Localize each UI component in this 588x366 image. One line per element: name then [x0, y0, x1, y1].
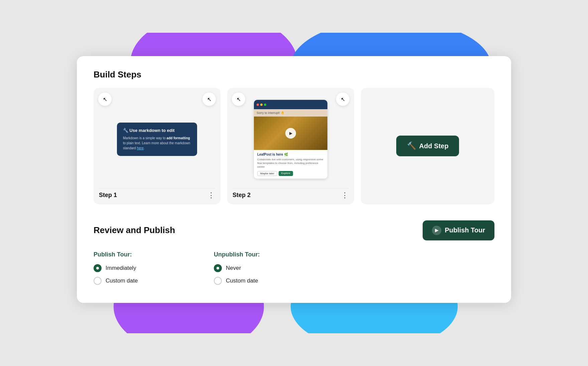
- cursor-icon-2: ↖: [237, 96, 241, 103]
- steps-grid: ↖ ↖ 🔧 Use markdown to edit Markdown is a…: [94, 88, 494, 204]
- step1-preview: 🔧 Use markdown to edit Markdown is a sim…: [99, 93, 215, 185]
- publish-tour-group-title: Publish Tour:: [94, 251, 187, 258]
- step-2-card: ↖ ↖ Sorry to interrupt! 🤚: [227, 88, 354, 204]
- publish-options: Publish Tour: Immediately Custom date Un…: [94, 251, 494, 290]
- publish-tour-button[interactable]: ▶ Publish Tour: [423, 220, 494, 240]
- dot-yellow: [260, 104, 263, 106]
- play-button[interactable]: ▶: [285, 128, 296, 139]
- sorry-text: Sorry to interrupt! 🤚: [257, 111, 284, 115]
- dot-green: [264, 104, 266, 106]
- maybe-later-btn[interactable]: Maybe later: [257, 171, 277, 176]
- sorry-bar: Sorry to interrupt! 🤚: [254, 109, 327, 117]
- cursor-btn-step2-left[interactable]: ↖: [232, 93, 245, 106]
- hammer-icon: 🔨: [407, 142, 416, 150]
- step1-menu-btn[interactable]: ⋮: [207, 192, 215, 199]
- video-header: [254, 100, 327, 109]
- tooltip-title: 🔧 Use markdown to edit: [123, 128, 191, 133]
- video-thumbnail: ▶: [254, 117, 327, 150]
- build-steps-title: Build Steps: [94, 69, 494, 80]
- cursor-icon: ↖: [103, 96, 107, 103]
- radio-inner-dot-2: [216, 267, 219, 269]
- step2-label: Step 2: [233, 192, 251, 199]
- video-desc: Collaborate live with customers, using r…: [257, 158, 324, 169]
- unpublish-tour-group-title: Unpublish Tour:: [214, 251, 307, 258]
- tooltip-body: Markdown is a simple way to add formatti…: [123, 136, 191, 151]
- add-step-button[interactable]: 🔨 Add Step: [396, 136, 459, 156]
- step-1-card: ↖ ↖ 🔧 Use markdown to edit Markdown is a…: [94, 88, 220, 204]
- step2-video-preview: Sorry to interrupt! 🤚 ▶ LeafPost is here…: [254, 100, 327, 179]
- cursor-btn-step1-right[interactable]: ↖: [202, 93, 216, 106]
- step2-footer: Step 2 ⋮: [233, 188, 349, 199]
- step1-label: Step 1: [99, 192, 117, 199]
- video-brand: LeafPost is here 🌿: [257, 153, 324, 156]
- dot-red: [257, 104, 259, 106]
- unpublish-custom-date-radio[interactable]: [214, 277, 222, 285]
- unpublish-custom-date-label: Custom date: [226, 278, 258, 284]
- unpublish-never-radio[interactable]: [214, 264, 222, 272]
- publish-immediately-label: Immediately: [106, 265, 136, 271]
- play-circle-icon: ▶: [432, 226, 441, 235]
- publish-custom-date-option[interactable]: Custom date: [94, 277, 187, 285]
- review-publish-title: Review and Publish: [94, 225, 175, 235]
- step1-tooltip: 🔧 Use markdown to edit Markdown is a sim…: [117, 123, 197, 156]
- step2-preview: Sorry to interrupt! 🤚 ▶ LeafPost is here…: [233, 93, 349, 185]
- step1-footer: Step 1 ⋮: [99, 188, 215, 199]
- publish-custom-date-label: Custom date: [106, 278, 138, 284]
- step2-menu-btn[interactable]: ⋮: [341, 192, 349, 199]
- unpublish-never-option[interactable]: Never: [214, 264, 307, 272]
- main-card: Build Steps ↖ ↖ 🔧 Use markdown to edit: [77, 56, 511, 303]
- unpublish-never-label: Never: [226, 265, 241, 271]
- cursor-btn-step1-left[interactable]: ↖: [98, 93, 112, 106]
- explore-btn[interactable]: Explore: [279, 171, 293, 176]
- page-wrapper: Build Steps ↖ ↖ 🔧 Use markdown to edit: [63, 33, 525, 333]
- video-buttons: Maybe later Explore: [257, 171, 324, 176]
- publish-immediately-radio[interactable]: [94, 264, 102, 272]
- publish-tour-label: Publish Tour: [445, 226, 485, 234]
- cursor-icon-2-right: ↖: [341, 96, 345, 103]
- unpublish-custom-date-option[interactable]: Custom date: [214, 277, 307, 285]
- publish-tour-group: Publish Tour: Immediately Custom date: [94, 251, 187, 290]
- cursor-btn-step2-right[interactable]: ↖: [336, 93, 349, 106]
- review-header: Review and Publish ▶ Publish Tour: [94, 220, 494, 240]
- video-info: LeafPost is here 🌿 Collaborate live with…: [254, 150, 327, 179]
- add-step-label: Add Step: [419, 142, 449, 150]
- radio-inner-dot: [96, 267, 99, 269]
- publish-custom-date-radio[interactable]: [94, 277, 102, 285]
- unpublish-tour-group: Unpublish Tour: Never Custom date: [214, 251, 307, 290]
- cursor-icon-right: ↖: [207, 96, 211, 103]
- publish-immediately-option[interactable]: Immediately: [94, 264, 187, 272]
- add-step-card: 🔨 Add Step: [361, 88, 494, 204]
